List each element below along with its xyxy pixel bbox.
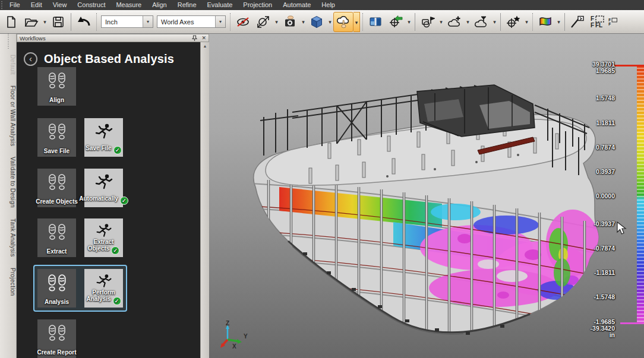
menu-evaluate[interactable]: Evaluate: [202, 1, 238, 9]
save-file-icon: [51, 15, 65, 29]
visibility-off-button[interactable]: [233, 12, 253, 32]
clipped-edge-button[interactable]: FF: [608, 12, 618, 32]
menu-refine[interactable]: Refine: [172, 1, 202, 9]
step-tile-create-objects[interactable]: Create Objects: [37, 169, 76, 207]
axes-combo-arrow[interactable]: ▾: [215, 16, 225, 27]
panel-scrollbar[interactable]: ▲: [200, 42, 209, 358]
new-file-button[interactable]: [1, 12, 21, 32]
open-file-dropdown[interactable]: ▾: [42, 19, 48, 25]
action-label: Perform Analysis✓: [83, 289, 125, 306]
measure-line-button[interactable]: [567, 12, 588, 32]
unit-combo-arrow[interactable]: ▾: [143, 16, 153, 27]
step-tile-align[interactable]: Align: [37, 67, 76, 106]
close-icon[interactable]: ✕: [201, 35, 206, 41]
scale-label: 1.5748: [596, 94, 615, 102]
undo-button[interactable]: [74, 12, 94, 32]
workflows-titlebar[interactable]: Workflows ✕: [17, 34, 209, 42]
target-star-dropdown[interactable]: ▾: [523, 19, 530, 25]
colorize-cloud-button[interactable]: [535, 12, 555, 32]
view-cube-dropdown[interactable]: ▾: [327, 19, 333, 25]
menu-grip: [1, 1, 2, 9]
axis-triad: Z Y X: [217, 321, 253, 354]
run-icon: [95, 273, 113, 290]
menu-projection[interactable]: Projection: [238, 1, 277, 9]
side-tab-floor-wall-analysis[interactable]: Floor or Wall Analysis: [0, 80, 16, 151]
scale-label: -1.5748: [594, 293, 615, 300]
step-tile-save-file[interactable]: Save File: [37, 118, 76, 157]
side-tab-strip: Default Floor or Wall Analysis Validate …: [0, 34, 17, 358]
scale-unit-label: in: [610, 331, 615, 338]
check-icon: ✓: [120, 197, 128, 205]
snapshot-icon: [283, 15, 297, 29]
workflows-panel-body: ‹ Object Based Analysis Align Save File …: [17, 42, 200, 358]
measure-line-icon: [570, 15, 585, 29]
select-cloud-dropdown[interactable]: ▾: [353, 12, 360, 32]
zoom-extents-icon: [256, 15, 270, 29]
zoom-dropdown[interactable]: ▾: [273, 19, 280, 25]
menu-construct[interactable]: Construct: [72, 1, 111, 9]
step-tile-create-report[interactable]: Create Report: [37, 319, 76, 358]
action-tile-perform-analysis[interactable]: Perform Analysis✓: [84, 269, 123, 308]
action-tile-extract-objects[interactable]: Extract Objects✓: [84, 218, 123, 257]
action-tile-save-file[interactable]: Save File✓: [84, 118, 123, 157]
snapshot-button[interactable]: [280, 12, 300, 32]
viewport-3d[interactable]: 39.3701 1.9685 1.5748 1.1811 0.7874 0.39…: [209, 34, 644, 358]
align-to-target-icon: [388, 15, 403, 29]
create-object-dropdown[interactable]: ▾: [438, 19, 444, 25]
side-tab-projection[interactable]: Projection: [0, 262, 16, 301]
view-cube-button[interactable]: [307, 12, 327, 32]
step-label: Analysis: [45, 299, 69, 305]
clipped-edge-icon: FF: [608, 14, 618, 30]
menu-help[interactable]: Help: [316, 1, 340, 9]
undo-icon: [76, 15, 91, 29]
zoom-extents-button[interactable]: [253, 12, 273, 32]
scale-label: 0.3937: [596, 168, 615, 175]
back-button[interactable]: ‹: [24, 52, 37, 66]
snapshot-dropdown[interactable]: ▾: [300, 19, 307, 25]
axes-combo[interactable]: World Axes ▾: [157, 15, 226, 28]
menu-edit[interactable]: Edit: [26, 1, 48, 9]
side-tab-tank-analysis[interactable]: Tank Analysis: [0, 213, 16, 262]
clipping-box-button[interactable]: [365, 12, 386, 32]
axis-y-label: Y: [244, 333, 248, 340]
side-tab-validate-to-design[interactable]: Validate to Design: [0, 151, 16, 213]
run-icon: [94, 172, 114, 192]
scale-label: -1.1811: [594, 269, 615, 276]
colorize-cloud-icon: [538, 15, 553, 29]
scale-label: -0.3937: [594, 220, 615, 227]
cloud-landmark-dropdown[interactable]: ▾: [491, 19, 498, 25]
step-tile-analysis[interactable]: Analysis: [37, 269, 76, 308]
toolbar-separator: [230, 13, 231, 31]
new-file-icon: [4, 15, 18, 29]
menu-automate[interactable]: Automate: [277, 1, 316, 9]
menu-align[interactable]: Align: [147, 1, 172, 9]
scale-label: 1.1811: [596, 119, 615, 126]
step-label: Create Report: [37, 349, 76, 356]
scroll-up-arrow[interactable]: ▲: [201, 42, 209, 48]
pin-icon[interactable]: [192, 35, 197, 42]
add-cloud-dropdown[interactable]: ▾: [465, 19, 471, 25]
side-tab-default[interactable]: Default: [0, 49, 16, 80]
save-file-button[interactable]: [48, 12, 68, 32]
align-to-target-button[interactable]: [386, 12, 406, 32]
open-file-button[interactable]: [21, 12, 42, 32]
create-object-button[interactable]: [418, 12, 438, 32]
workflows-panel: Workflows ✕ ‹ Object Based Analysis Alig…: [17, 34, 209, 358]
step-tile-extract[interactable]: Extract: [37, 218, 76, 257]
target-star-button[interactable]: [503, 12, 523, 32]
scale-label: 0.0000: [596, 192, 615, 199]
toolbar-separator: [564, 13, 565, 31]
menu-file[interactable]: File: [4, 1, 26, 9]
floor-flatness-button[interactable]: FFFL: [588, 12, 608, 32]
view-cube-icon: [310, 15, 324, 29]
action-tile-automatically[interactable]: Automatically✓: [84, 169, 123, 207]
unit-combo[interactable]: Inch ▾: [101, 15, 153, 28]
align-to-target-dropdown[interactable]: ▾: [406, 19, 412, 25]
open-file-icon: [24, 15, 39, 29]
menu-view[interactable]: View: [48, 1, 72, 9]
select-cloud-button[interactable]: [333, 12, 353, 32]
colorize-cloud-dropdown[interactable]: ▾: [555, 19, 562, 25]
menu-measure[interactable]: Measure: [111, 1, 147, 9]
add-cloud-button[interactable]: [444, 12, 465, 32]
cloud-landmark-button[interactable]: [471, 12, 491, 32]
